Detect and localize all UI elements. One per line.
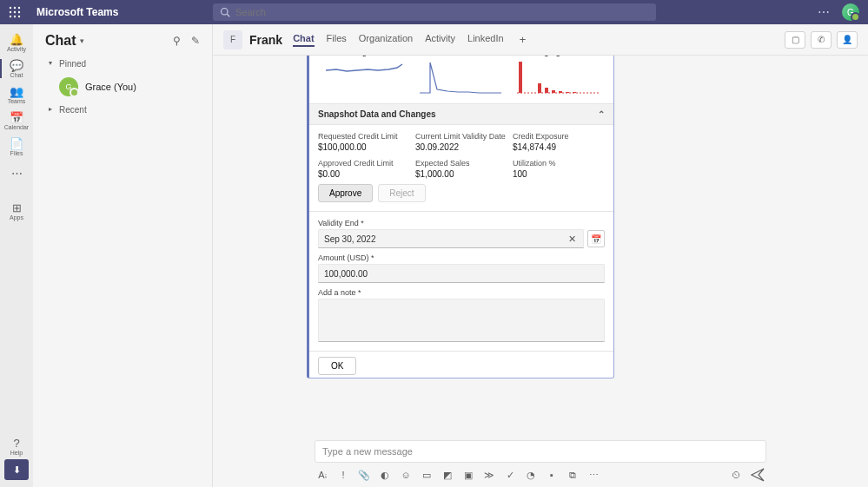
loop-icon[interactable]: ◐ xyxy=(379,470,391,481)
viva-icon[interactable]: ◔ xyxy=(525,470,537,481)
svg-rect-13 xyxy=(545,88,548,93)
calendar-icon: 📅 xyxy=(591,234,601,244)
app-icon[interactable]: ▪ xyxy=(546,470,558,480)
rail-calendar[interactable]: 📅 Calendar xyxy=(0,108,33,134)
svg-point-5 xyxy=(18,11,20,13)
rail-apps[interactable]: ⊞ Apps xyxy=(0,198,33,224)
section-recent[interactable]: Recent xyxy=(33,102,212,118)
rail-more[interactable]: ⋯ xyxy=(0,160,33,186)
value-approved-credit: $0.00 xyxy=(318,169,410,179)
amount-field[interactable] xyxy=(318,264,605,283)
scoring-trend-chart xyxy=(318,58,410,96)
snapshot-title: Snapshot Data and Changes xyxy=(318,109,436,119)
rail-activity[interactable]: 🔔 Activity xyxy=(0,30,33,56)
validity-end-input[interactable] xyxy=(324,234,566,244)
tab-files[interactable]: Files xyxy=(327,33,347,47)
copy-icon[interactable]: ⧉ xyxy=(567,470,579,481)
tab-activity[interactable]: Activity xyxy=(425,33,455,47)
search-input[interactable] xyxy=(235,7,649,17)
reject-button[interactable]: Reject xyxy=(378,184,425,202)
svg-point-0 xyxy=(10,7,11,9)
svg-rect-11 xyxy=(519,62,522,93)
teams-icon: 👥 xyxy=(10,86,23,97)
waffle-icon[interactable] xyxy=(9,6,21,18)
compose-toolbar: Aᵢ ! 📎 ◐ ☺ ▭ ◩ ▣ ≫ ✓ ◔ ▪ ⧉ xyxy=(315,463,766,482)
format-icon[interactable]: Aᵢ xyxy=(316,470,328,481)
value-expected-sales: $1,000.00 xyxy=(415,169,507,179)
meet-icon[interactable]: ▣ xyxy=(462,470,474,481)
validity-end-field[interactable]: ✕ xyxy=(318,229,584,248)
search-box[interactable] xyxy=(213,3,656,21)
credit-limit-trend-chart xyxy=(415,58,507,96)
approve-mini-icon[interactable]: ✓ xyxy=(504,470,516,481)
phone-icon: ✆ xyxy=(818,35,825,44)
more-button[interactable]: ⋯ xyxy=(818,5,830,19)
datepicker-button[interactable]: 📅 xyxy=(587,230,605,247)
svg-rect-12 xyxy=(538,83,541,93)
svg-point-3 xyxy=(10,11,11,13)
audio-call-button[interactable]: ✆ xyxy=(811,31,832,49)
value-validity-date: 30.09.2022 xyxy=(415,142,507,152)
gif-icon[interactable]: ▭ xyxy=(421,470,433,481)
compose-input[interactable]: Type a new message xyxy=(315,440,766,463)
chat-item-name: Grace (You) xyxy=(85,82,136,92)
more-icon: ⋯ xyxy=(11,168,23,179)
send-button[interactable] xyxy=(751,468,765,482)
value-credit-exposure: $14,874.49 xyxy=(513,142,605,152)
svg-point-8 xyxy=(18,16,20,17)
chat-title: Frank xyxy=(249,33,282,47)
conversation-panel: F Frank Chat Files Organization Activity… xyxy=(213,24,868,487)
rail-files[interactable]: 📄 Files xyxy=(0,134,33,160)
svg-point-7 xyxy=(14,16,16,17)
filter-icon[interactable]: ⚲ xyxy=(173,35,181,47)
app-rail: 🔔 Activity 💬 Chat 👥 Teams 📅 Calendar 📄 F… xyxy=(0,24,33,487)
snapshot-section-header[interactable]: Snapshot Data and Changes ⌃ xyxy=(309,103,613,125)
rail-teams[interactable]: 👥 Teams xyxy=(0,82,33,108)
bell-icon: 🔔 xyxy=(10,34,23,45)
tab-chat[interactable]: Chat xyxy=(293,33,314,47)
rail-label-files: Files xyxy=(10,150,23,156)
label-approved-credit: Approved Credit Limit xyxy=(318,159,410,168)
avatar-icon: G xyxy=(59,77,78,96)
ok-button[interactable]: OK xyxy=(318,357,356,375)
tab-organization[interactable]: Organization xyxy=(359,33,413,47)
note-field[interactable] xyxy=(318,299,605,342)
rail-label-chat: Chat xyxy=(10,72,23,78)
approve-button[interactable]: Approve xyxy=(318,184,373,202)
video-call-button[interactable]: ▢ xyxy=(785,31,805,49)
profile-avatar[interactable]: G xyxy=(842,3,859,21)
compose-placeholder: Type a new message xyxy=(322,446,413,457)
emoji-icon[interactable]: ☺ xyxy=(400,470,412,480)
add-tab-button[interactable]: + xyxy=(516,33,527,47)
rail-label-apps: Apps xyxy=(10,214,23,220)
rail-help[interactable]: ? Help xyxy=(0,433,33,459)
svg-point-9 xyxy=(222,9,229,16)
files-icon: 📄 xyxy=(10,138,23,149)
sticker-icon[interactable]: ◩ xyxy=(441,470,454,481)
aging-grid-chart xyxy=(513,58,605,96)
chat-item-grace[interactable]: G Grace (You) xyxy=(33,72,212,102)
more-compose-icon[interactable]: ⋯ xyxy=(587,470,600,481)
stream-icon[interactable]: ≫ xyxy=(483,470,495,481)
calendar-icon: 📅 xyxy=(10,112,23,123)
rail-chat[interactable]: 💬 Chat xyxy=(0,56,33,82)
section-pinned[interactable]: Pinned xyxy=(33,56,212,72)
schedule-send-icon[interactable]: ⏲ xyxy=(730,470,742,480)
amount-input[interactable] xyxy=(324,269,599,279)
clear-icon[interactable]: ✕ xyxy=(566,233,578,245)
label-credit-exposure: Credit Exposure xyxy=(513,132,605,141)
add-people-button[interactable]: 👤 xyxy=(837,31,858,49)
new-chat-icon[interactable]: ✎ xyxy=(191,35,200,47)
priority-icon[interactable]: ! xyxy=(337,470,349,480)
value-requested-credit: $100,000.00 xyxy=(318,142,410,152)
video-icon: ▢ xyxy=(792,35,799,44)
label-expected-sales: Expected Sales xyxy=(415,159,507,168)
download-button[interactable]: ⬇ xyxy=(4,459,29,480)
chat-avatar: F xyxy=(223,30,242,49)
svg-line-10 xyxy=(227,14,229,16)
tab-linkedin[interactable]: LinkedIn xyxy=(467,33,504,47)
chevron-down-icon[interactable]: ▾ xyxy=(80,36,84,45)
help-icon: ? xyxy=(13,438,19,449)
label-validity-date: Current Limit Validity Date xyxy=(415,132,507,141)
attach-icon[interactable]: 📎 xyxy=(358,470,370,481)
